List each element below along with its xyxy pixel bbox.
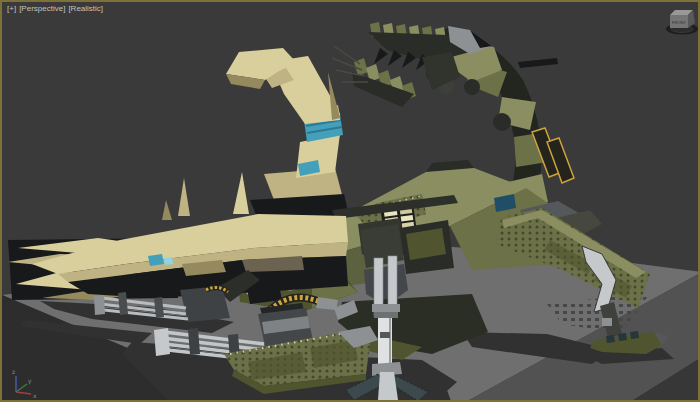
viewport-canvas[interactable]: FRONT x y z	[2, 2, 700, 402]
cyan-accent	[164, 257, 173, 265]
viewport-menu-pov[interactable]: [Perspective]	[19, 4, 65, 13]
viewcube-front-label: FRONT	[672, 20, 686, 25]
cyan-accent	[148, 254, 164, 266]
y-axis-label: y	[28, 377, 32, 385]
viewport-menu-general[interactable]: [+]	[7, 4, 16, 13]
x-axis-label: x	[33, 392, 37, 399]
muzzle	[94, 295, 105, 315]
viewport-3d[interactable]: FRONT x y z [+][Perspective][Realistic]	[0, 0, 700, 402]
muzzle	[154, 328, 170, 356]
viewport-menu-shading[interactable]: [Realistic]	[68, 4, 103, 13]
viewport-label: [+][Perspective][Realistic]	[7, 4, 106, 14]
z-axis-label: z	[12, 368, 15, 375]
